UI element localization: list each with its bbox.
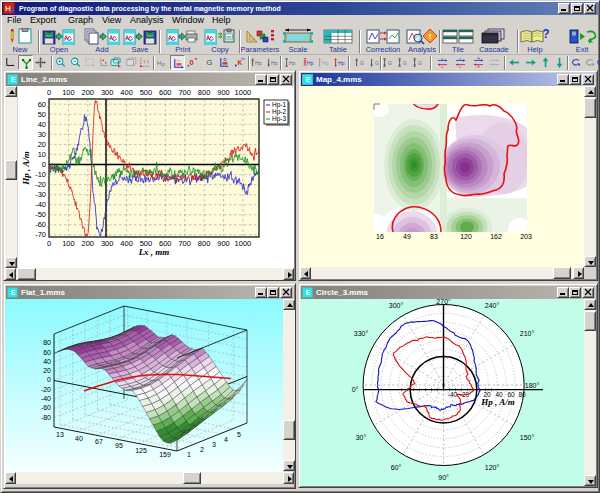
svg-text:300°: 300° (389, 302, 404, 309)
svg-text:150°: 150° (520, 434, 535, 441)
svg-text:0: 0 (47, 239, 51, 248)
svg-text:80: 80 (518, 391, 526, 398)
svg-text:Hp , A/m: Hp , A/m (480, 397, 514, 407)
svg-text:Lx , mm: Lx , mm (138, 247, 170, 257)
svg-text:0: 0 (42, 160, 46, 169)
svg-text:Hp , A/m: Hp , A/m (21, 151, 31, 185)
svg-text:40: 40 (38, 120, 46, 129)
svg-text:80: 80 (43, 339, 51, 346)
svg-text:-60: -60 (35, 220, 46, 229)
svg-text:300: 300 (101, 239, 114, 248)
svg-text:95: 95 (115, 442, 123, 449)
svg-text:100: 100 (62, 239, 75, 248)
svg-text:-40: -40 (35, 200, 46, 209)
svg-text:30: 30 (38, 130, 46, 139)
svg-text:3: 3 (212, 441, 216, 448)
svg-text:Hp-3: Hp-3 (272, 115, 286, 123)
svg-text:700: 700 (178, 239, 191, 248)
svg-text:600: 600 (159, 88, 172, 97)
svg-text:210°: 210° (520, 330, 535, 337)
svg-text:200: 200 (82, 88, 95, 97)
svg-text:300: 300 (101, 88, 114, 97)
svg-text:60: 60 (38, 100, 46, 109)
svg-text:20: 20 (38, 140, 46, 149)
svg-text:800: 800 (198, 239, 211, 248)
svg-text:2: 2 (200, 446, 204, 453)
svg-text:900: 900 (217, 239, 230, 248)
svg-text:10: 10 (38, 150, 46, 159)
svg-text:500: 500 (140, 88, 153, 97)
svg-text:4: 4 (224, 436, 228, 443)
svg-text:330°: 330° (354, 330, 369, 337)
svg-text:-20: -20 (35, 180, 46, 189)
svg-text:50: 50 (38, 110, 46, 119)
svg-text:700: 700 (178, 88, 191, 97)
svg-text:120: 120 (460, 233, 472, 240)
svg-text:800: 800 (198, 88, 211, 97)
svg-text:-20: -20 (41, 386, 51, 393)
svg-text:400: 400 (120, 239, 133, 248)
svg-text:162: 162 (490, 233, 502, 240)
svg-text:100: 100 (62, 88, 75, 97)
svg-text:180°: 180° (525, 382, 540, 389)
svg-text:30°: 30° (356, 434, 367, 441)
svg-text:-30: -30 (35, 190, 46, 199)
svg-text:60°: 60° (391, 464, 402, 471)
svg-text:60: 60 (43, 349, 51, 356)
svg-text:200: 200 (82, 239, 95, 248)
svg-text:1000: 1000 (235, 239, 252, 248)
svg-text:67: 67 (95, 438, 103, 445)
svg-text:120°: 120° (485, 464, 500, 471)
svg-text:400: 400 (120, 88, 133, 97)
svg-text:16: 16 (376, 233, 384, 240)
svg-text:-50: -50 (35, 210, 46, 219)
svg-text:270°: 270° (436, 298, 451, 305)
svg-text:0: 0 (47, 88, 51, 97)
svg-text:40: 40 (43, 358, 51, 365)
svg-text:-80: -80 (41, 414, 51, 421)
svg-text:125: 125 (135, 447, 147, 454)
svg-text:900: 900 (217, 88, 230, 97)
svg-text:0: 0 (47, 376, 51, 383)
svg-text:-70: -70 (35, 230, 46, 239)
svg-text:40: 40 (75, 435, 83, 442)
svg-text:-60: -60 (41, 404, 51, 411)
svg-text:-10: -10 (35, 170, 46, 179)
svg-text:5: 5 (237, 431, 241, 438)
svg-text:0°: 0° (352, 386, 359, 393)
svg-text:-40: -40 (41, 395, 51, 402)
svg-text:20: 20 (43, 367, 51, 374)
svg-text:90°: 90° (438, 474, 449, 481)
svg-text:159: 159 (159, 451, 171, 458)
svg-text:1000: 1000 (235, 88, 252, 97)
svg-text:49: 49 (403, 233, 411, 240)
svg-text:203: 203 (520, 233, 532, 240)
svg-text:83: 83 (430, 233, 438, 240)
svg-text:1: 1 (187, 451, 191, 458)
svg-text:13: 13 (56, 431, 64, 438)
svg-text:240°: 240° (485, 302, 500, 309)
